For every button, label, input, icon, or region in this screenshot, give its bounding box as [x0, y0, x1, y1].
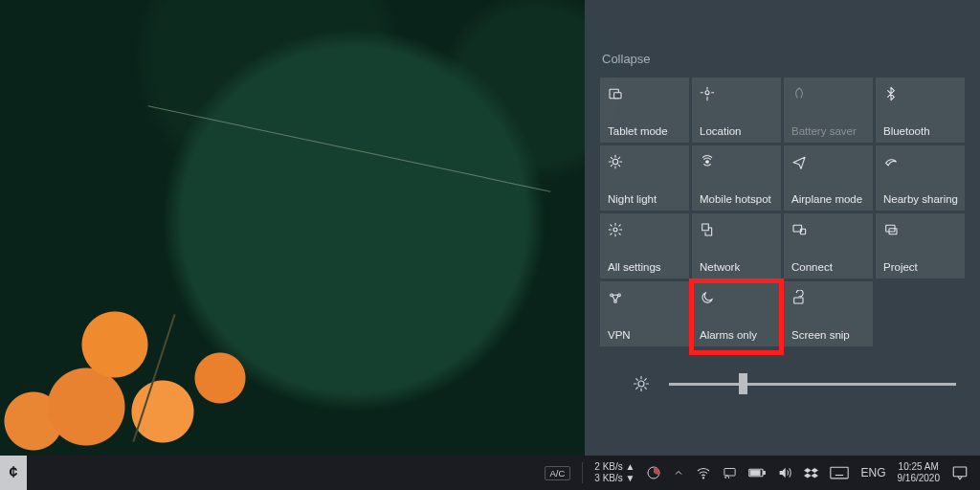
tile-label: Alarms only	[700, 329, 773, 341]
svg-line-8	[611, 157, 612, 158]
svg-rect-37	[764, 472, 766, 475]
svg-point-12	[706, 161, 709, 164]
svg-point-3	[612, 159, 617, 164]
tile-airplane-mode[interactable]: Airplane mode	[784, 145, 873, 211]
svg-rect-34	[724, 468, 735, 476]
tray-overflow-icon[interactable]	[667, 456, 690, 490]
tile-mobile-hotspot[interactable]: Mobile hotspot	[692, 145, 781, 211]
tablet-icon	[608, 83, 681, 104]
tile-label: Night light	[608, 193, 681, 205]
svg-line-10	[611, 165, 612, 166]
taskbar: ¢ A/C 2 KB/s ▲3 KB/s ▼ ENG	[0, 456, 980, 490]
moon-icon	[700, 287, 773, 308]
tray-dropbox-icon[interactable]	[798, 456, 824, 490]
svg-marker-41	[812, 467, 819, 472]
airplane-icon	[791, 151, 865, 172]
tile-bluetooth[interactable]: Bluetooth	[876, 78, 965, 143]
tile-label: Mobile hotspot	[700, 193, 773, 205]
tile-label: Airplane mode	[791, 193, 865, 205]
tile-all-settings[interactable]: All settings	[600, 213, 689, 278]
svg-point-23	[638, 381, 644, 387]
svg-rect-38	[751, 471, 761, 476]
svg-point-33	[703, 478, 704, 479]
svg-rect-44	[831, 467, 848, 479]
svg-rect-22	[794, 298, 803, 303]
tile-label: Tablet mode	[608, 125, 681, 137]
tile-vpn[interactable]: VPN	[600, 281, 689, 346]
gear-icon	[608, 219, 681, 240]
brightness-row	[633, 375, 970, 392]
tile-nearby-sharing[interactable]: Nearby sharing	[876, 145, 965, 211]
brightness-icon	[633, 375, 650, 392]
bluetooth-icon	[883, 83, 957, 104]
svg-rect-1	[614, 93, 621, 99]
tile-label: Network	[700, 261, 773, 273]
tile-network[interactable]: Network	[692, 213, 781, 278]
tray-keyboard-icon[interactable]	[824, 456, 855, 490]
quick-action-tiles: Tablet modeLocationBattery saverBluetoot…	[600, 78, 970, 346]
svg-point-13	[613, 228, 617, 232]
tray-battery-icon[interactable]	[743, 456, 771, 490]
leaf-icon	[791, 83, 865, 104]
net-speed-indicator[interactable]: 2 KB/s ▲3 KB/s ▼	[589, 456, 640, 490]
tray-cast-icon[interactable]	[717, 456, 743, 490]
share-icon	[883, 151, 957, 172]
tile-label: Connect	[791, 261, 865, 273]
tile-screen-snip[interactable]: Screen snip	[784, 281, 873, 346]
sun-icon	[608, 151, 681, 172]
tile-label: VPN	[608, 329, 681, 341]
action-center-button[interactable]	[946, 464, 974, 481]
svg-line-11	[618, 157, 619, 158]
tile-night-light[interactable]: Night light	[600, 145, 689, 211]
tray-usage-icon[interactable]	[640, 456, 667, 490]
separator	[582, 462, 583, 483]
tile-battery-saver[interactable]: Battery saver	[784, 78, 873, 143]
svg-line-9	[618, 165, 619, 166]
vpn-icon	[608, 287, 681, 308]
svg-line-31	[645, 379, 647, 381]
svg-rect-14	[702, 224, 709, 231]
tile-label: Screen snip	[791, 329, 865, 341]
action-center-panel: Collapse Tablet modeLocationBattery save…	[585, 0, 980, 456]
tile-tablet-mode[interactable]: Tablet mode	[600, 78, 689, 143]
tray-volume-icon[interactable]	[771, 456, 798, 490]
svg-marker-42	[804, 473, 812, 478]
tile-label: Project	[883, 261, 957, 273]
collapse-link[interactable]: Collapse	[602, 52, 970, 66]
tray-wifi-icon[interactable]	[690, 456, 717, 490]
tile-alarms-only[interactable]: Alarms only	[692, 281, 781, 346]
network-icon	[700, 219, 773, 240]
svg-point-2	[705, 91, 709, 95]
project-icon	[883, 219, 957, 240]
svg-marker-43	[812, 473, 819, 478]
tile-location[interactable]: Location	[692, 78, 781, 143]
taskbar-left: ¢	[0, 456, 27, 490]
tile-label: Nearby sharing	[883, 193, 957, 205]
svg-line-28	[636, 379, 638, 381]
svg-marker-39	[780, 468, 786, 479]
svg-point-35	[725, 477, 726, 478]
power-mode-indicator[interactable]: A/C	[539, 456, 577, 490]
svg-line-29	[645, 388, 647, 390]
snip-icon	[791, 287, 865, 308]
tile-label: All settings	[608, 261, 681, 273]
tile-label: Location	[700, 125, 773, 137]
hotspot-icon	[700, 151, 773, 172]
brightness-slider[interactable]	[669, 383, 956, 386]
tile-connect[interactable]: Connect	[784, 213, 873, 278]
tile-label: Battery saver	[791, 125, 865, 137]
tile-label: Bluetooth	[883, 125, 957, 137]
clock[interactable]: 10:25 AM9/16/2020	[892, 456, 947, 490]
svg-line-30	[636, 388, 638, 390]
svg-marker-40	[804, 467, 812, 472]
svg-rect-50	[953, 467, 967, 477]
cortana-button[interactable]: ¢	[0, 456, 27, 490]
connect-icon	[791, 219, 865, 240]
wallpaper-stem	[132, 314, 175, 442]
language-indicator[interactable]: ENG	[855, 456, 891, 490]
tile-project[interactable]: Project	[876, 213, 965, 278]
location-icon	[700, 83, 773, 104]
taskbar-right: A/C 2 KB/s ▲3 KB/s ▼ ENG 10:	[539, 456, 981, 490]
wallpaper-leaf-vein	[148, 105, 551, 191]
